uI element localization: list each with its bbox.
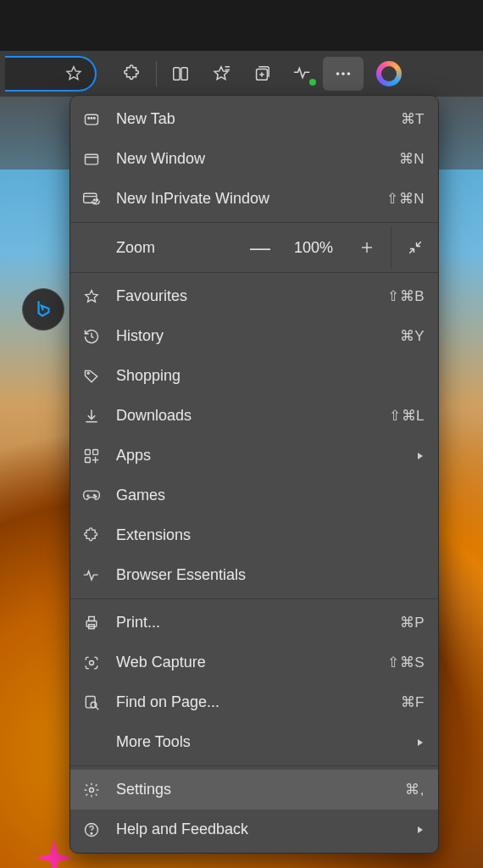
menu-label: Web Capture — [116, 654, 374, 671]
svg-rect-16 — [84, 193, 97, 203]
menu-more-tools[interactable]: More Tools — [70, 722, 438, 762]
menu-help-feedback[interactable]: Help and Feedback — [70, 810, 438, 849]
menu-label: History — [116, 327, 386, 345]
svg-point-11 — [88, 117, 90, 119]
menu-extensions[interactable]: Extensions — [70, 515, 438, 555]
menu-shortcut: ⌘, — [405, 781, 425, 798]
history-icon — [80, 328, 103, 345]
menu-shortcut: ⇧⌘B — [387, 287, 425, 305]
menu-section-zoom: Zoom — 100% — [70, 222, 438, 272]
split-screen-button[interactable] — [160, 57, 201, 91]
capture-icon — [80, 654, 103, 671]
more-button[interactable] — [323, 57, 364, 91]
menu-shopping[interactable]: Shopping — [70, 356, 438, 396]
svg-point-22 — [87, 372, 89, 374]
menu-section-settings: Settings ⌘, Help and Feedback — [70, 765, 438, 853]
download-icon — [80, 408, 103, 425]
collections-button[interactable] — [242, 57, 282, 91]
menu-browser-essentials[interactable]: Browser Essentials — [70, 555, 438, 595]
menu-label: Shopping — [116, 367, 425, 385]
menu-label: Settings — [116, 781, 391, 798]
svg-point-18 — [94, 199, 96, 201]
menu-print[interactable]: Print... ⌘P — [70, 603, 438, 643]
menu-label: Help and Feedback — [116, 821, 402, 838]
status-dot-icon — [309, 79, 316, 86]
menu-label: New InPrivate Window — [116, 190, 373, 208]
window-icon — [80, 151, 103, 168]
menu-apps[interactable]: Apps — [70, 436, 438, 476]
menu-shortcut: ⇧⌘N — [386, 190, 425, 208]
fullscreen-button[interactable] — [391, 226, 438, 269]
menu-shortcut: ⌘Y — [400, 327, 425, 345]
menu-favourites[interactable]: Favourites ⇧⌘B — [70, 276, 438, 316]
menu-downloads[interactable]: Downloads ⇧⌘L — [70, 396, 438, 436]
svg-point-12 — [91, 117, 92, 119]
menu-new-window[interactable]: New Window ⌘N — [70, 139, 438, 179]
menu-new-inprivate[interactable]: New InPrivate Window ⇧⌘N — [70, 179, 438, 219]
copilot-icon — [376, 61, 402, 86]
svg-line-40 — [96, 707, 98, 709]
menu-web-capture[interactable]: Web Capture ⇧⌘S — [70, 643, 438, 682]
address-bar-tail[interactable] — [5, 56, 97, 92]
menu-label: Browser Essentials — [116, 566, 425, 584]
svg-rect-25 — [86, 449, 91, 454]
zoom-label: Zoom — [70, 239, 236, 257]
settings-and-more-menu: New Tab ⌘T New Window ⌘N New InPrivate W… — [69, 95, 439, 854]
svg-rect-34 — [86, 620, 97, 626]
extensions-toolbar-button[interactable] — [112, 57, 153, 91]
help-icon — [80, 821, 103, 838]
menu-find-on-page[interactable]: Find on Page... ⌘F — [70, 682, 438, 722]
menu-label: Favourites — [116, 287, 374, 305]
menu-games[interactable]: Games — [70, 476, 438, 515]
menu-label: Extensions — [116, 526, 425, 544]
menu-label: Find on Page... — [116, 693, 387, 711]
menu-section-windows: New Tab ⌘T New Window ⌘N New InPrivate W… — [70, 96, 438, 222]
svg-rect-10 — [86, 114, 98, 125]
apps-icon — [80, 448, 103, 465]
gear-icon — [80, 782, 103, 798]
menu-label: Downloads — [116, 407, 375, 425]
svg-point-8 — [341, 72, 345, 75]
submenu-indicator — [416, 738, 425, 747]
bing-icon — [32, 298, 54, 320]
menu-shortcut: ⌘N — [399, 150, 425, 168]
bing-chat-button[interactable] — [22, 288, 64, 331]
menu-label: New Window — [116, 150, 386, 168]
svg-point-41 — [90, 787, 94, 792]
toolbar-separator — [156, 61, 157, 86]
zoom-out-button[interactable]: — — [236, 226, 284, 269]
menu-label: Games — [116, 487, 425, 504]
games-icon — [80, 487, 103, 504]
menu-new-tab[interactable]: New Tab ⌘T — [70, 99, 438, 139]
zoom-in-button[interactable] — [343, 226, 391, 269]
menu-shortcut: ⇧⌘L — [389, 407, 425, 425]
browser-essentials-button[interactable] — [282, 57, 323, 91]
pulse-icon — [80, 567, 103, 584]
find-icon — [80, 694, 103, 711]
menu-label: Apps — [116, 447, 402, 465]
menu-shortcut: ⌘P — [400, 614, 425, 632]
titlebar-area — [0, 0, 483, 51]
submenu-indicator — [416, 452, 425, 460]
sparkle-icon — [36, 839, 73, 868]
svg-point-9 — [347, 72, 351, 75]
menu-label: Print... — [116, 614, 386, 632]
menu-section-features: Favourites ⇧⌘B History ⌘Y Shopping Downl… — [70, 272, 438, 598]
svg-point-33 — [95, 496, 97, 498]
tag-icon — [80, 368, 103, 385]
favourites-toolbar-button[interactable] — [201, 57, 242, 91]
copilot-button[interactable] — [369, 57, 409, 91]
svg-point-7 — [336, 72, 340, 75]
printer-icon — [80, 615, 103, 632]
menu-shortcut: ⇧⌘S — [387, 654, 425, 671]
menu-label: More Tools — [116, 733, 402, 751]
menu-history[interactable]: History ⌘Y — [70, 316, 438, 356]
menu-label: New Tab — [116, 110, 387, 128]
svg-rect-0 — [174, 68, 180, 81]
menu-settings[interactable]: Settings ⌘, — [70, 770, 438, 810]
star-icon[interactable] — [64, 64, 83, 83]
star-icon — [80, 288, 103, 305]
svg-rect-26 — [93, 449, 98, 454]
svg-point-37 — [90, 660, 94, 665]
svg-rect-27 — [86, 457, 91, 462]
